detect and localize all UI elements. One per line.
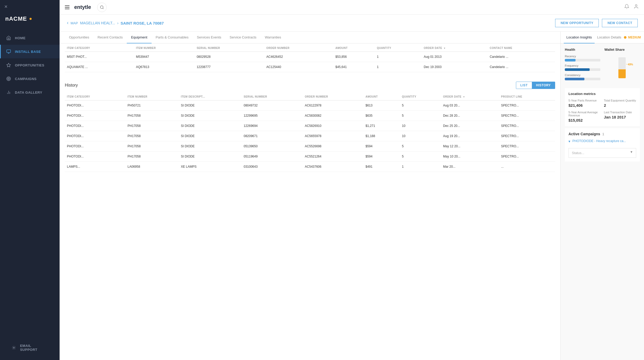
history-cell: SPECTRO... <box>499 121 555 131</box>
table-row[interactable]: AQUAMATE ... AQ67813 12208777 AC125440 $… <box>65 62 555 72</box>
history-header: History LIST HISTORY <box>65 82 555 89</box>
breadcrumb: MAP MAGELLAN HEALT... › SAINT ROSE, LA 7… <box>60 15 644 32</box>
settings-icon <box>11 345 16 350</box>
table-row[interactable]: LAMPS...LA06958XE LAMPS03100643AC5437606… <box>65 162 555 172</box>
metric-5yr-avg-value: $15,052 <box>568 118 601 122</box>
history-cell: AC5521264 <box>303 151 363 162</box>
campaigns-count: 1 <box>602 132 604 136</box>
sidebar-item-install-base-label: INSTALL BASE <box>15 50 41 54</box>
campaigns-header: Active Campaigns 1 <box>568 132 636 136</box>
sidebar-item-opportunities[interactable]: OPPORTUNITIES <box>0 58 60 72</box>
metric-5yr-parts-value: $21,406 <box>568 103 601 108</box>
right-panel: Location Insights Location Details MEDIU… <box>560 32 644 360</box>
content-area: Opportunities Recent Contacts Equipment … <box>60 32 644 360</box>
history-cell: Dec 25 20... <box>441 121 499 131</box>
user-icon[interactable] <box>634 4 639 10</box>
hist-sort-arrow-icon: ▼ <box>463 96 465 98</box>
header: entytle <box>60 0 644 15</box>
health-heading: Health <box>565 48 600 52</box>
equipment-table-section: ITEM CATEGORY ITEM NUMBER SERIAL NUMBER … <box>60 43 560 72</box>
notification-icon[interactable] <box>624 4 629 10</box>
tab-opportunities[interactable]: Opportunities <box>65 32 93 43</box>
metric-last-transaction-label: Last Transaction Date <box>604 111 636 114</box>
cell-serial-number: 12208777 <box>194 62 264 72</box>
breadcrumb-separator: › <box>117 21 119 25</box>
sidebar-nav: HOME INSTALL BASE OPPORTUNITIES CAMPAIGN… <box>0 29 60 335</box>
map-back-link[interactable]: MAP <box>66 21 78 25</box>
table-row[interactable]: PHOTODI...PH17058SI DIODE05119649AC55212… <box>65 151 555 162</box>
cell-serial-number: 08029528 <box>194 52 264 62</box>
history-cell: PH17058 <box>125 111 179 121</box>
tab-location-details[interactable]: Location Details <box>595 32 624 43</box>
history-cell: SPECTRO... <box>499 100 555 111</box>
consistency-label: Consistency <box>565 74 600 77</box>
table-row[interactable]: PHOTODI...PH50721SI DIODE08049732AC61229… <box>65 100 555 111</box>
table-row[interactable]: PHOTODI...PH17058SI DIODE08209671AC56559… <box>65 131 555 141</box>
history-toggle: LIST HISTORY <box>516 82 555 89</box>
recency-metric: Recency <box>565 55 600 61</box>
col-item-number: ITEM NUMBER <box>134 43 194 52</box>
tab-parts-consumables[interactable]: Parts & Consumables <box>152 32 193 43</box>
header-logo: entytle <box>65 4 91 10</box>
svg-point-10 <box>13 347 15 348</box>
sidebar-item-email-support[interactable]: EMAIL SUPPORT <box>5 340 54 356</box>
sidebar-item-home[interactable]: HOME <box>0 31 60 45</box>
consistency-bar-track <box>565 78 600 80</box>
history-cell: LAMPS... <box>65 162 125 172</box>
history-cell: May 12 20... <box>441 141 499 151</box>
sidebar-item-campaigns[interactable]: CAMPAIGNS <box>0 72 60 86</box>
table-row[interactable]: PHOTODI...PH17058SI DIODE12299695AC58300… <box>65 111 555 121</box>
hamburger-icon[interactable] <box>65 5 70 9</box>
wallet-chart: 43% <box>605 55 640 78</box>
breadcrumb-current[interactable]: SAINT ROSE, LA 70087 <box>120 21 164 25</box>
sidebar-item-data-gallery[interactable]: DATA GALLERY <box>0 86 60 99</box>
header-search-button[interactable] <box>97 3 107 12</box>
tab-services-events[interactable]: Services Events <box>193 32 225 43</box>
history-cell: PHOTODI... <box>65 121 125 131</box>
wallet-percentage: 43% <box>628 63 633 66</box>
tabs-bar: Opportunities Recent Contacts Equipment … <box>60 32 560 43</box>
tab-recent-contacts[interactable]: Recent Contacts <box>93 32 127 43</box>
history-cell: $1,188 <box>363 131 400 141</box>
history-toggle-button[interactable]: HISTORY <box>532 82 555 89</box>
new-contact-button[interactable]: NEW CONTACT <box>602 19 638 27</box>
sidebar-item-install-base[interactable]: INSTALL BASE <box>0 45 60 58</box>
hist-col-order-number: ORDER NUMBER <box>303 92 363 100</box>
list-toggle-button[interactable]: LIST <box>516 82 532 89</box>
metric-total-equipment-label: Total Equipment Quantity <box>604 99 636 102</box>
history-cell: AC5526698 <box>303 141 363 151</box>
table-row[interactable]: M50T PHOT... M539447 08029528 AC4626452 … <box>65 52 555 62</box>
history-cell: 08049732 <box>242 100 303 111</box>
history-cell: SI DIODE <box>179 121 242 131</box>
tab-location-insights[interactable]: Location Insights <box>564 32 595 43</box>
logo-dot <box>30 18 32 20</box>
status-dropdown[interactable]: Status... Active Completed Paused <box>568 148 636 158</box>
campaign-chevron-icon[interactable]: ▾ <box>568 139 570 143</box>
frequency-bar-fill <box>565 68 590 71</box>
cell-contact-name: Candelario ... <box>488 62 555 72</box>
history-cell: XE LAMPS <box>179 162 242 172</box>
wallet-fill <box>618 69 626 78</box>
breadcrumb-parent[interactable]: MAGELLAN HEALT... <box>80 21 115 25</box>
metric-5yr-parts-label: 5-Year Parts Revenue <box>568 99 601 102</box>
col-order-date[interactable]: ORDER DATE ▼ <box>422 43 487 52</box>
table-row[interactable]: PHOTODI...PH17058SI DIODE05139650AC55266… <box>65 141 555 151</box>
tab-service-contracts[interactable]: Service Contracts <box>226 32 261 43</box>
new-opportunity-button[interactable]: NEW OPPORTUNITY <box>555 19 599 27</box>
table-row[interactable]: PHOTODI...PH17058SI DIODE12269694AC58269… <box>65 121 555 131</box>
campaign-name[interactable]: PHOTODIODE - Heavy recapture ca... <box>572 139 636 143</box>
history-cell: Aug 03 20... <box>441 100 499 111</box>
breadcrumb-actions: NEW OPPORTUNITY NEW CONTACT <box>555 19 638 27</box>
hist-col-item-number: ITEM NUMBER <box>125 92 179 100</box>
history-cell: PH17058 <box>125 141 179 151</box>
home-icon <box>6 35 11 41</box>
tab-warranties[interactable]: Warranties <box>261 32 285 43</box>
close-icon[interactable]: ✕ <box>4 4 8 9</box>
hist-col-order-date[interactable]: ORDER DATE ▼ <box>441 92 499 100</box>
hist-col-amount: AMOUNT <box>363 92 400 100</box>
history-cell: $594 <box>363 151 400 162</box>
tab-equipment[interactable]: Equipment <box>127 32 151 43</box>
history-cell: Dec 28 20... <box>441 111 499 121</box>
col-quantity: QUANTITY <box>375 43 422 52</box>
history-cell: $594 <box>363 141 400 151</box>
